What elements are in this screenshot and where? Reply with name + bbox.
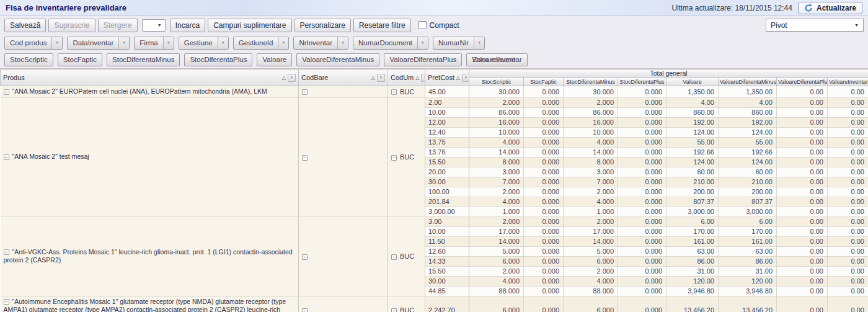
- value-cell: 6.00: [719, 216, 777, 226]
- column-header-produs[interactable]: Produs △ ▼: [1, 69, 299, 86]
- pretcost-cell[interactable]: 15.50: [425, 266, 469, 276]
- column-header-stocscriptic[interactable]: StocScriptic: [469, 78, 524, 86]
- filter-button[interactable]: ▼: [377, 74, 385, 82]
- pretcost-cell[interactable]: 12.60: [425, 246, 469, 256]
- value-cell: 0.00: [828, 216, 868, 226]
- field-chip-stocdiferentaminus[interactable]: StocDiferentaMinus: [107, 53, 180, 66]
- chevron-down-icon[interactable]: ▼: [278, 37, 288, 49]
- pretcost-cell[interactable]: 100.00: [425, 187, 469, 197]
- collapse-icon[interactable]: −: [302, 308, 308, 312]
- pretcost-cell[interactable]: 10.00: [425, 107, 469, 117]
- value-cell: 0.00: [828, 236, 868, 246]
- campuri-suplimentare-button[interactable]: Campuri suplimentare: [208, 19, 291, 32]
- personalizare-button[interactable]: Personalizare: [294, 19, 351, 32]
- compact-checkbox[interactable]: [418, 21, 427, 29]
- pretcost-cell[interactable]: 44.85: [425, 286, 469, 296]
- pretcost-cell[interactable]: 13.76: [425, 147, 469, 157]
- field-chip-firma[interactable]: Firma▼: [134, 37, 174, 50]
- collapse-icon[interactable]: −: [391, 89, 397, 95]
- chevron-down-icon[interactable]: ▼: [218, 37, 228, 49]
- pretcost-cell[interactable]: 15.50: [425, 157, 469, 167]
- field-chip-valoare[interactable]: Valoare: [257, 53, 292, 66]
- chevron-down-icon: ▼: [854, 23, 859, 27]
- pretcost-cell[interactable]: 45.00: [425, 86, 469, 98]
- pivot-select[interactable]: Pivot ▼: [766, 19, 864, 32]
- column-header-valoareinventar[interactable]: ValoareInventar: [828, 78, 868, 86]
- chevron-down-icon[interactable]: ▼: [417, 37, 428, 49]
- chevron-down-icon[interactable]: ▼: [337, 37, 348, 49]
- field-chip-stocdiferentaplus[interactable]: StocDiferentaPlus: [184, 53, 252, 66]
- field-chip-numarnir[interactable]: NumarNir▼: [433, 37, 485, 50]
- produs-cell[interactable]: −"Autoimmune Encephalitis Mosaic 1" glut…: [1, 296, 299, 312]
- column-header-valoarediferentaplus[interactable]: ValoareDiferentaPlus: [777, 78, 828, 86]
- chevron-down-icon[interactable]: ▼: [118, 37, 129, 49]
- column-header-codbare[interactable]: CodBare △ ▼: [299, 69, 388, 86]
- pretcost-cell[interactable]: 30.00: [425, 276, 469, 286]
- collapse-icon[interactable]: −: [391, 254, 397, 260]
- pretcost-cell[interactable]: 13.75: [425, 137, 469, 147]
- field-chip-numardocument[interactable]: NumarDocument▼: [353, 37, 428, 50]
- field-chip-valoarediferentaminus[interactable]: ValoareDiferentaMinus: [296, 53, 379, 66]
- incarca-button[interactable]: Incarca: [170, 19, 205, 32]
- value-cell: 2.000: [469, 216, 524, 226]
- collapse-icon[interactable]: −: [4, 249, 9, 255]
- field-chip-cod-produs[interactable]: Cod produs▼: [4, 37, 63, 50]
- column-header-pretcost[interactable]: PretCost △ ▼: [425, 69, 469, 86]
- pretcost-cell[interactable]: 20.00: [425, 167, 469, 177]
- pretcost-cell[interactable]: 2,242.70: [425, 296, 469, 312]
- pretcost-cell[interactable]: 3,000.00: [425, 207, 469, 216]
- column-header-stocfaptic[interactable]: StocFaptic: [524, 78, 564, 86]
- column-header-stocdiferentaplus[interactable]: StocDiferentaPlus: [618, 78, 666, 86]
- collapse-icon[interactable]: −: [302, 89, 308, 95]
- pretcost-cell[interactable]: 3.00: [425, 216, 469, 226]
- chevron-down-icon[interactable]: ▼: [474, 37, 484, 49]
- field-chip-stocfaptic[interactable]: StocFaptic: [58, 53, 102, 66]
- produs-cell[interactable]: −"ANA Mosaic 2" test mesaj: [1, 97, 299, 216]
- field-chip-gestiune[interactable]: Gestiune▼: [179, 37, 229, 50]
- chevron-down-icon[interactable]: ▼: [163, 37, 174, 49]
- pretcost-cell[interactable]: 30.00: [425, 177, 469, 187]
- filter-button[interactable]: ▼: [288, 74, 296, 82]
- value-cell: 0.000: [524, 117, 564, 127]
- collapse-icon[interactable]: −: [391, 308, 397, 312]
- collapse-icon[interactable]: −: [4, 299, 9, 305]
- pretcost-cell[interactable]: 14.33: [425, 256, 469, 266]
- column-header-codum[interactable]: CodUm △ ▼: [388, 69, 425, 86]
- pretcost-cell[interactable]: 2.00: [425, 97, 469, 107]
- chevron-down-icon[interactable]: ▼: [51, 37, 62, 49]
- filter-button[interactable]: ▼: [421, 74, 425, 82]
- collapse-icon[interactable]: −: [302, 155, 308, 161]
- salveaza-button[interactable]: Salvează: [4, 19, 46, 32]
- collapse-icon[interactable]: −: [4, 154, 9, 160]
- value-cell: 31.00: [719, 266, 777, 276]
- produs-cell[interactable]: −"Anti-VGKC-Ass. Proteins Mosaic 1" leuc…: [1, 216, 299, 296]
- column-header-valoare[interactable]: Valoare: [666, 78, 719, 86]
- save-options-dropdown[interactable]: ▼: [142, 19, 166, 32]
- resetare-filtre-button[interactable]: Resetare filtre: [353, 19, 411, 32]
- filter-button[interactable]: ▼: [462, 74, 469, 82]
- value-cell: 17.000: [564, 226, 618, 236]
- value-cell: 4.000: [469, 137, 524, 147]
- pretcost-cell[interactable]: 11.50: [425, 236, 469, 246]
- collapse-icon[interactable]: −: [302, 254, 308, 260]
- actualizare-button[interactable]: Actualizare: [798, 2, 862, 14]
- pretcost-cell[interactable]: 12.40: [425, 127, 469, 137]
- collapse-icon[interactable]: −: [391, 155, 397, 161]
- pretcost-cell[interactable]: 12.00: [425, 117, 469, 127]
- value-cell: 0.000: [618, 207, 666, 216]
- value-cell: 0.00: [777, 97, 828, 107]
- value-cell: 170.00: [666, 226, 719, 236]
- column-header-valoarediferentaminus[interactable]: ValoareDiferentaMinus: [719, 78, 777, 86]
- collapse-icon[interactable]: −: [4, 89, 9, 95]
- pretcost-cell[interactable]: 10.00: [425, 226, 469, 236]
- field-chip-valoarediferentaplus[interactable]: ValoareDiferentaPlus: [384, 53, 462, 66]
- pretcost-cell[interactable]: 201.84: [425, 197, 469, 207]
- field-chip-stocscriptic[interactable]: StocScriptic: [4, 53, 53, 66]
- field-chip-label: Valoare: [257, 54, 291, 66]
- field-chip-datainventar[interactable]: DataInventar▼: [67, 37, 130, 50]
- produs-cell[interactable]: −"ANA Mosaic 2" EUROPatern cell nuclei (…: [1, 86, 299, 98]
- column-header-stocdiferentaminus[interactable]: StocDiferentaMinus: [564, 78, 618, 86]
- value-cell: 88.000: [469, 286, 524, 296]
- field-chip-nrinventar[interactable]: NrInventar▼: [293, 37, 348, 50]
- field-chip-gestiuneid[interactable]: GestiuneId▼: [233, 37, 290, 50]
